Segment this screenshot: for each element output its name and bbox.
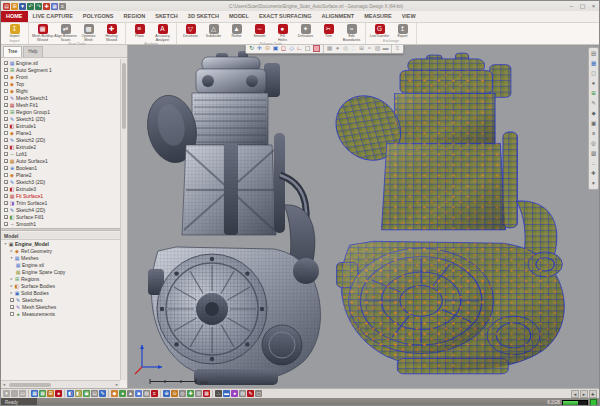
- panel-tab-help[interactable]: Help: [23, 46, 42, 57]
- ribbon-button-livetransfer[interactable]: GLiveTransfer: [368, 24, 391, 39]
- display-toggle-icon[interactable]: ◆: [111, 390, 118, 397]
- display-toggle-icon[interactable]: ▲: [127, 390, 134, 397]
- item-checkbox[interactable]: ✓: [4, 96, 8, 100]
- zoom-view-icon[interactable]: ⊙: [264, 45, 271, 53]
- item-checkbox[interactable]: [4, 82, 8, 86]
- options-icon[interactable]: ≡: [59, 3, 66, 10]
- shaded-mode-icon[interactable]: ●: [334, 45, 341, 53]
- ribbon-tab-exact-surfacing[interactable]: EXACT SURFACING: [254, 11, 317, 22]
- add-view-icon[interactable]: ✚: [591, 170, 596, 177]
- ribbon-tab-region[interactable]: REGION: [119, 11, 151, 22]
- tree-item[interactable]: ✓▦Auto Surface1: [1, 157, 120, 164]
- item-checkbox[interactable]: [10, 312, 14, 316]
- prev-view-button[interactable]: ◄: [571, 390, 579, 398]
- display-toggle-icon[interactable]: ◻: [255, 390, 262, 397]
- tree-item[interactable]: ✓◧Extrude1: [1, 122, 120, 129]
- item-checkbox[interactable]: [4, 173, 8, 177]
- display-toggle-icon[interactable]: ◧: [67, 390, 74, 397]
- item-checkbox[interactable]: ✓: [4, 103, 8, 107]
- curvature-map-icon[interactable]: ≈: [366, 45, 373, 53]
- next-view-button[interactable]: ►: [580, 390, 588, 398]
- tree-item[interactable]: ✓✎Sketch2 (2D): [1, 136, 120, 143]
- scroll-right-icon[interactable]: ►: [115, 382, 119, 387]
- item-checkbox[interactable]: ✓: [4, 145, 8, 149]
- display-toggle-icon[interactable]: ▬: [223, 390, 230, 397]
- tree-item[interactable]: ▦Engine Spare Copy: [1, 268, 120, 275]
- zoom-fit-icon[interactable]: ▣: [272, 45, 279, 53]
- tree-item[interactable]: ✓◧Extrude3: [1, 185, 120, 192]
- body-toggle-icon[interactable]: ◻: [591, 70, 596, 77]
- tree-item[interactable]: ✎Sketch4 (2D): [1, 206, 120, 213]
- tree-item[interactable]: ◆Right: [1, 87, 120, 94]
- item-checkbox[interactable]: [4, 131, 8, 135]
- display-toggle-icon[interactable]: ▦: [203, 390, 210, 397]
- tree-item[interactable]: ✓⊕Boolean1: [1, 164, 120, 171]
- display-toggle-icon[interactable]: ●: [55, 390, 62, 397]
- display-toggle-icon[interactable]: ≡: [151, 390, 158, 397]
- tree-item[interactable]: ✓✎Sketch3 (2D): [1, 178, 120, 185]
- ribbon-button-smooth[interactable]: ∼Smooth: [248, 24, 271, 42]
- open-file-icon[interactable]: ⊞: [11, 3, 18, 10]
- display-toggle-icon[interactable]: ✎: [247, 390, 254, 397]
- redo-icon[interactable]: ↷: [35, 3, 42, 10]
- display-toggle-icon[interactable]: ✎: [99, 390, 106, 397]
- item-checkbox[interactable]: ✓: [4, 68, 8, 72]
- panel-horizontal-scrollbar[interactable]: ◄ ►: [1, 380, 120, 388]
- item-checkbox[interactable]: [4, 75, 8, 79]
- display-toggle-icon[interactable]: ▣: [83, 390, 90, 397]
- tree-item[interactable]: ▾▦Meshes: [1, 254, 120, 261]
- ribbon-button-import[interactable]: ↧Import: [3, 24, 26, 39]
- ribbon-button-decimate[interactable]: ▽Decimate: [179, 24, 202, 42]
- display-toggle-icon[interactable]: ●: [119, 390, 126, 397]
- region-display-icon[interactable]: ⊞: [358, 45, 365, 53]
- tree-item[interactable]: ✓✎Sketch1 (2D): [1, 115, 120, 122]
- tree-item[interactable]: ▸▣Solid Bodies: [1, 289, 120, 296]
- ribbon-button-optimize-mesh[interactable]: ▩OptimizeMesh: [77, 24, 100, 42]
- display-toggle-icon[interactable]: ▨: [143, 390, 150, 397]
- ribbon-button-align-between-scans[interactable]: ⇄Align BetweenScans: [54, 24, 77, 42]
- mesh-toggle-icon[interactable]: ▦: [591, 60, 596, 67]
- tree-item[interactable]: ▸◆Ref.Geometry: [1, 247, 120, 254]
- item-checkbox[interactable]: [4, 208, 8, 212]
- display-toggle-icon[interactable]: ▦: [39, 390, 46, 397]
- tree-item[interactable]: ✓∼Smooth1: [1, 220, 120, 227]
- ribbon-tab-home[interactable]: HOME: [1, 11, 28, 22]
- item-checkbox[interactable]: ✓: [4, 180, 8, 184]
- region-toggle-icon[interactable]: ⊞: [591, 90, 596, 97]
- ribbon-button-subdivide[interactable]: △Subdivide: [202, 24, 225, 42]
- tree-item[interactable]: ✓✎Sketches: [1, 296, 120, 303]
- ribbon-button-healing-wizard[interactable]: ✚HealingWizard: [100, 24, 123, 42]
- tree-item[interactable]: ✓◨Trim Surface1: [1, 199, 120, 206]
- tree-item[interactable]: ✓⊞Auto Segment 1: [1, 66, 120, 73]
- box-select-icon[interactable]: ▭: [19, 390, 26, 397]
- ribbon-tab-live-capture[interactable]: LIVE CAPTURE: [28, 11, 78, 22]
- scrollbar-thumb[interactable]: [122, 63, 126, 129]
- pan-view-icon[interactable]: ✛: [256, 45, 263, 53]
- tree-item[interactable]: ✓◧Surface Fill1: [1, 213, 120, 220]
- tree-item[interactable]: ●Measurements: [1, 310, 120, 317]
- ribbon-button-defeature[interactable]: ✦Defeature: [294, 24, 317, 42]
- item-checkbox[interactable]: ✓: [4, 187, 8, 191]
- select-mode-icon[interactable]: ▾: [3, 390, 10, 397]
- display-toggle-icon[interactable]: ●: [231, 390, 238, 397]
- item-checkbox[interactable]: ✓: [4, 159, 8, 163]
- save-icon[interactable]: ▼: [19, 3, 26, 10]
- display-toggle-icon[interactable]: ▥: [195, 390, 202, 397]
- points-toggle-icon[interactable]: ∴: [592, 160, 596, 167]
- texture-display-icon[interactable]: ▨: [374, 45, 381, 53]
- display-toggle-icon[interactable]: ⊞: [47, 390, 54, 397]
- viewport-canvas[interactable]: mm ↻✛⊙▣◻◇∟▢▦●◎∴⊞≈▨▬≡ ▤▦◻●⊞✎◆▣≡◎▨∴✚▾: [128, 45, 599, 388]
- active-color-swatch[interactable]: [313, 45, 320, 52]
- display-toggle-icon[interactable]: ▦: [31, 390, 38, 397]
- circle-toggle-icon[interactable]: ◎: [591, 140, 596, 147]
- item-checkbox[interactable]: ✓: [4, 138, 8, 142]
- tree-item[interactable]: ▾▣Engine_Model: [1, 240, 120, 247]
- display-toggle-icon[interactable]: ⊙: [171, 390, 178, 397]
- item-checkbox[interactable]: ✓: [4, 124, 8, 128]
- tree-item[interactable]: ▸⊞Regions: [1, 275, 120, 282]
- tree-item[interactable]: ✓◧Extrude2: [1, 143, 120, 150]
- tree-item[interactable]: ◆Front: [1, 73, 120, 80]
- list-toggle-icon[interactable]: ≡: [592, 130, 595, 137]
- item-checkbox[interactable]: ✓: [4, 215, 8, 219]
- new-file-icon[interactable]: ▤: [3, 3, 10, 10]
